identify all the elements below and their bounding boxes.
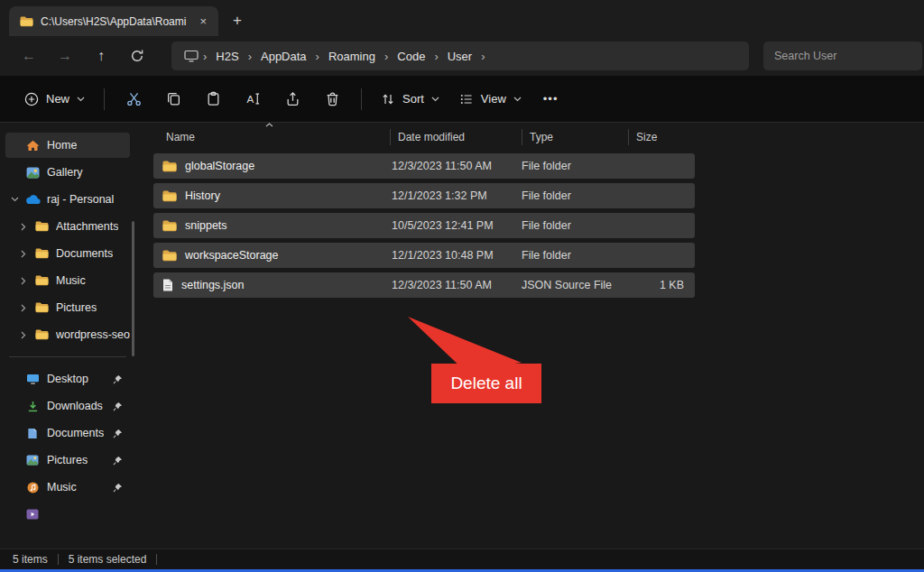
column-header-type[interactable]: Type [522, 129, 628, 145]
pin-icon [113, 456, 123, 466]
chevron-right-icon[interactable] [14, 277, 32, 285]
table-row[interactable]: snippets 10/5/2023 12:41 PM File folder [153, 213, 695, 238]
sort-arrows-icon [381, 92, 395, 106]
sidebar-item-documents-pinned[interactable]: Documents [5, 420, 130, 446]
sidebar-item-pictures[interactable]: Pictures [14, 295, 130, 320]
sidebar-item-label: Attachments [56, 220, 118, 233]
column-header-name[interactable]: Name [152, 129, 390, 145]
pin-icon [113, 401, 123, 411]
sort-button-label: Sort [402, 92, 424, 106]
sidebar-item-pictures-pinned[interactable]: Pictures [5, 447, 130, 473]
folder-icon [32, 248, 51, 259]
column-header-size[interactable]: Size [628, 129, 700, 145]
chevron-right-icon[interactable] [14, 250, 32, 258]
breadcrumb-item-user[interactable]: User [439, 46, 480, 67]
breadcrumb-chevron[interactable]: › [480, 50, 485, 63]
breadcrumb-item-roaming[interactable]: Roaming [320, 46, 383, 67]
breadcrumb-chevron[interactable]: › [433, 50, 439, 63]
folder-icon [20, 16, 33, 27]
view-button-label: View [481, 92, 506, 106]
pin-icon [113, 483, 123, 493]
file-name: settings.json [181, 279, 244, 291]
table-row[interactable]: workspaceStorage 12/1/2023 10:48 PM File… [153, 243, 695, 268]
chevron-down-icon [431, 97, 439, 102]
new-tab-button[interactable]: + [233, 12, 242, 30]
forward-button[interactable]: → [47, 48, 83, 64]
file-type: File folder [522, 160, 630, 172]
breadcrumb-item-appdata[interactable]: AppData [253, 46, 315, 67]
copy-button[interactable] [153, 83, 193, 115]
command-toolbar: New A [0, 76, 924, 123]
cut-button[interactable] [114, 83, 153, 115]
rename-button[interactable]: A [233, 83, 273, 115]
table-row[interactable]: History 12/1/2023 1:32 PM File folder [153, 183, 695, 208]
chevron-right-icon[interactable] [14, 331, 32, 339]
plus-circle-icon [24, 92, 39, 106]
sidebar-item-label: Pictures [47, 454, 88, 466]
sidebar-item-desktop[interactable]: Desktop [5, 366, 130, 392]
sidebar-item-gallery[interactable]: Gallery [5, 160, 130, 185]
sidebar-item-onedrive[interactable]: raj - Personal [5, 187, 130, 212]
up-button[interactable]: ↑ [83, 48, 119, 64]
sidebar-item-label: Desktop [47, 373, 88, 385]
table-row[interactable]: settings.json 12/3/2023 11:50 AM JSON So… [153, 272, 695, 298]
svg-text:A: A [246, 93, 254, 105]
sidebar-item-label: Downloads [47, 400, 103, 412]
pictures-icon [23, 455, 42, 466]
sidebar-item-label: Documents [56, 247, 113, 260]
share-button[interactable] [273, 83, 312, 115]
sidebar-item-music-pinned[interactable]: Music [5, 475, 130, 500]
back-button[interactable]: ← [11, 48, 47, 64]
toolbar-separator [361, 88, 362, 110]
sidebar-item-partial[interactable] [5, 502, 130, 527]
sidebar-item-label: Gallery [47, 166, 83, 179]
paste-button[interactable] [193, 83, 233, 115]
sidebar-item-home[interactable]: Home [5, 133, 130, 158]
file-type: File folder [522, 189, 630, 202]
table-row[interactable]: globalStorage 12/3/2023 11:50 AM File fo… [153, 153, 695, 179]
chevron-down-icon [513, 97, 522, 102]
column-header-date-modified[interactable]: Date modified [390, 129, 522, 145]
explorer-tab[interactable]: C:\Users\H2S\AppData\Roami × [9, 6, 218, 36]
sidebar-item-attachments[interactable]: Attachments [14, 214, 130, 239]
breadcrumb-item-code[interactable]: Code [389, 46, 433, 67]
column-headers: Name Date modified Type Size [152, 125, 700, 149]
chevron-down-icon [77, 97, 85, 102]
sidebar-item-label: raj - Personal [47, 193, 114, 206]
gallery-icon [23, 167, 42, 179]
file-type: File folder [522, 249, 630, 262]
view-button[interactable]: View [449, 86, 531, 113]
sidebar-item-documents[interactable]: Documents [14, 241, 130, 266]
sidebar-item-label: Documents [47, 427, 104, 439]
sidebar-item-downloads[interactable]: Downloads [5, 393, 130, 419]
chevron-expanded-icon[interactable] [5, 197, 23, 202]
sidebar-item-label: Pictures [56, 301, 97, 314]
sidebar-item-wordpress-seo[interactable]: wordpress-seo [14, 322, 130, 347]
status-bar: 5 items 5 items selected [0, 549, 924, 569]
desktop-icon [23, 374, 42, 385]
delete-button[interactable] [312, 83, 352, 115]
sidebar-scrollbar[interactable] [132, 221, 134, 356]
status-divider [58, 554, 59, 565]
chevron-right-icon[interactable] [14, 304, 32, 312]
items-count: 5 items [13, 553, 48, 566]
navigation-bar: ← → ↑ › H2S › AppData › Roaming › Code ›… [0, 36, 924, 76]
tab-close-icon[interactable]: × [195, 14, 211, 28]
file-date: 12/3/2023 11:50 AM [390, 160, 522, 172]
search-input[interactable]: Search User [763, 42, 922, 70]
file-list-pane: Name Date modified Type Size globalStora… [135, 124, 924, 549]
this-pc-icon[interactable] [184, 50, 199, 62]
refresh-button[interactable] [119, 49, 155, 63]
chevron-right-icon[interactable] [14, 223, 32, 231]
sort-button[interactable]: Sort [371, 86, 449, 113]
more-options-button[interactable]: ••• [531, 86, 570, 112]
new-button[interactable]: New [14, 86, 95, 113]
file-name: workspaceStorage [185, 249, 279, 262]
sidebar-item-music[interactable]: Music [14, 268, 130, 293]
file-name: snippets [185, 219, 227, 232]
pin-icon [113, 374, 123, 384]
file-date: 12/3/2023 11:50 AM [390, 279, 522, 291]
file-date: 12/1/2023 10:48 PM [390, 249, 522, 262]
breadcrumb-item-h2s[interactable]: H2S [208, 46, 246, 67]
breadcrumb-chevron[interactable]: › [315, 50, 320, 63]
